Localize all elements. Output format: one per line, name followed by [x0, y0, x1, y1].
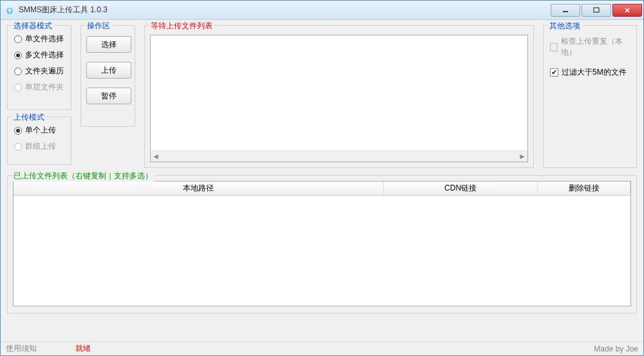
radio-icon — [14, 127, 22, 135]
radio-label: 单文件选择 — [25, 33, 64, 44]
uploaded-list-group: 已上传文件列表（右键复制｜支持多选） 本地路径 CDN链接 删除链接 — [7, 175, 637, 314]
radio-icon — [14, 35, 22, 43]
upload-button[interactable]: 上传 — [86, 62, 131, 79]
radio-icon — [14, 52, 22, 59]
checkbox-check-duplicates: 检查上传重复（本地） — [549, 33, 631, 61]
radio-group-upload: 群组上传 — [13, 138, 66, 155]
radio-label: 群组上传 — [25, 141, 56, 152]
column-cdn-link[interactable]: CDN链接 — [384, 182, 538, 195]
radio-icon — [14, 68, 22, 75]
selector-mode-group: 选择器模式 单文件选择 多文件选择 文件夹遍历 — [7, 25, 71, 110]
column-delete-link[interactable]: 删除链接 — [538, 182, 630, 195]
radio-icon — [14, 84, 22, 91]
maximize-button[interactable] — [582, 4, 611, 17]
close-button[interactable] — [612, 4, 642, 17]
scroll-left-icon[interactable]: ◄ — [152, 152, 160, 161]
app-icon — [5, 5, 15, 15]
statusbar: 使用须知 就绪 Made by Joe — [1, 341, 643, 355]
pending-list-title: 等待上传文件列表 — [149, 21, 214, 32]
svg-rect-2 — [594, 8, 599, 12]
radio-multi-file[interactable]: 多文件选择 — [13, 47, 66, 63]
pause-button[interactable]: 暂停 — [86, 88, 131, 104]
horizontal-scrollbar[interactable]: ◄ ► — [151, 151, 527, 162]
column-local-path[interactable]: 本地路径 — [14, 182, 384, 195]
radio-label: 单层文件夹 — [25, 82, 64, 93]
status-instructions[interactable]: 使用须知 — [6, 343, 37, 354]
table-body[interactable] — [14, 196, 630, 306]
status-ready: 就绪 — [75, 343, 91, 354]
minimize-icon — [562, 7, 569, 14]
app-window: SMMS图床上传工具 1.0.3 选择器模式 单文件选择 — [0, 0, 644, 356]
status-author: Made by Joe — [594, 344, 638, 353]
radio-icon — [14, 143, 22, 151]
checkbox-label: 过滤大于5M的文件 — [562, 67, 627, 78]
table-header: 本地路径 CDN链接 删除链接 — [14, 182, 630, 196]
pending-listbox[interactable]: ◄ ► — [150, 35, 528, 162]
uploaded-list-title: 已上传文件列表（右键复制｜支持多选） — [12, 171, 155, 182]
close-icon — [623, 7, 631, 14]
radio-folder-traverse[interactable]: 文件夹遍历 — [13, 63, 66, 79]
other-options-group: 其他选项 检查上传重复（本地） ✔ 过滤大于5M的文件 — [543, 25, 637, 168]
upload-mode-title: 上传模式 — [12, 112, 46, 123]
svg-rect-1 — [563, 11, 568, 12]
minimize-button[interactable] — [551, 4, 580, 17]
operations-group: 操作区 选择 上传 暂停 — [80, 25, 135, 127]
radio-single-file[interactable]: 单文件选择 — [13, 31, 66, 47]
radio-label: 多文件选择 — [25, 50, 64, 61]
checkbox-icon — [550, 43, 558, 52]
upload-mode-group: 上传模式 单个上传 群组上传 — [7, 117, 71, 165]
checkbox-label: 检查上传重复（本地） — [561, 36, 630, 58]
select-button[interactable]: 选择 — [86, 36, 131, 53]
window-title: SMMS图床上传工具 1.0.3 — [19, 5, 551, 15]
other-options-title: 其他选项 — [547, 21, 582, 32]
radio-label: 文件夹遍历 — [25, 66, 64, 77]
selector-mode-title: 选择器模式 — [12, 21, 54, 32]
operations-title: 操作区 — [85, 21, 112, 32]
radio-single-upload[interactable]: 单个上传 — [13, 122, 66, 138]
uploaded-table[interactable]: 本地路径 CDN链接 删除链接 — [13, 181, 631, 306]
scroll-right-icon[interactable]: ► — [518, 152, 526, 161]
radio-label: 单个上传 — [25, 125, 56, 136]
pending-list-group: 等待上传文件列表 ◄ ► — [144, 25, 534, 168]
checkbox-filter-5m[interactable]: ✔ 过滤大于5M的文件 — [549, 64, 631, 80]
titlebar[interactable]: SMMS图床上传工具 1.0.3 — [1, 1, 643, 20]
radio-single-folder: 单层文件夹 — [13, 79, 66, 95]
maximize-icon — [592, 7, 600, 14]
content-area: 选择器模式 单文件选择 多文件选择 文件夹遍历 — [1, 20, 643, 341]
checkbox-icon: ✔ — [550, 68, 558, 77]
